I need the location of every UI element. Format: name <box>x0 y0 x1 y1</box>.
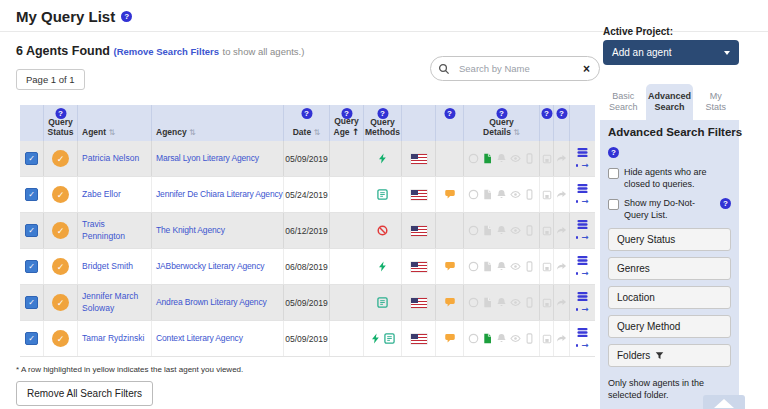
agency-link[interactable]: The Knight Agency <box>156 225 225 236</box>
results-summary: 6 Agents Found (Remove Search Filters to… <box>16 44 304 58</box>
row-checkbox[interactable]: ✓ <box>25 188 38 201</box>
query-status-icon[interactable]: ✓ <box>52 330 69 347</box>
yellow-row-footnote: * A row highlighted in yellow indicates … <box>16 365 243 374</box>
header-date[interactable]: ? Date ⇅ <box>284 105 330 141</box>
active-project-dropdown[interactable]: Add an agent <box>603 40 739 65</box>
query-status-icon[interactable]: ✓ <box>52 258 69 275</box>
agency-link[interactable]: Andrea Brown Literary Agency <box>156 297 267 308</box>
agent-link[interactable]: Jennifer March Soloway <box>82 291 149 313</box>
clear-search-icon[interactable]: × <box>574 62 599 76</box>
accordion-location[interactable]: Location <box>608 286 731 309</box>
row-checkbox[interactable]: ✓ <box>25 296 38 309</box>
dnq-checkbox[interactable] <box>608 199 619 210</box>
header-agent[interactable]: Agent ⇅ <box>78 105 152 141</box>
go-to-agent-arrow[interactable]: → <box>576 305 589 314</box>
go-to-agent-arrow[interactable]: → <box>576 269 589 278</box>
tab-advanced-search[interactable]: Advanced Search <box>646 84 692 120</box>
notes-icon[interactable] <box>482 153 493 164</box>
header-query-details[interactable]: ? Query Details ⇅ <box>464 105 540 141</box>
header-country <box>402 105 436 141</box>
row-checkbox[interactable]: ✓ <box>25 224 38 237</box>
row-checkbox[interactable]: ✓ <box>25 260 38 273</box>
agency-link[interactable]: Jennifer De Chiara Literary Agency <box>156 189 283 200</box>
query-age-cell <box>330 141 364 176</box>
eye-icon <box>510 297 521 308</box>
table-row: ✓ ✓ Travis Pennington The Knight Agency … <box>20 213 595 249</box>
query-age-cell <box>330 249 364 284</box>
help-icon[interactable]: ? <box>608 147 619 158</box>
header-query-status[interactable]: ? Query Status <box>44 105 78 141</box>
agent-link[interactable]: Patricia Nelson <box>82 153 139 164</box>
go-to-agent-arrow[interactable]: → <box>576 197 589 206</box>
eye-icon <box>510 189 521 200</box>
pagination-button[interactable]: Page 1 of 1 <box>16 69 85 90</box>
row-checkbox[interactable]: ✓ <box>25 332 38 345</box>
agent-link[interactable]: Bridget Smith <box>82 261 133 272</box>
agency-link[interactable]: Context Literary Agency <box>156 333 243 344</box>
agent-link[interactable]: Travis Pennington <box>82 219 149 241</box>
query-stack-icon[interactable] <box>577 183 588 194</box>
search-bar: × <box>430 56 600 81</box>
active-project-label: Active Project: <box>603 26 673 37</box>
help-icon[interactable]: ? <box>301 108 312 119</box>
accordion-query-status[interactable]: Query Status <box>608 228 731 251</box>
reminder-bell-icon <box>496 153 507 164</box>
go-to-agent-arrow[interactable]: → <box>576 341 589 350</box>
phone-icon <box>524 297 535 308</box>
query-status-icon[interactable]: ✓ <box>52 186 69 203</box>
clock-icon <box>468 333 479 344</box>
email-method-icon <box>377 153 388 164</box>
help-icon[interactable]: ? <box>541 108 552 119</box>
sort-icon: ⇅ <box>513 128 520 137</box>
reply-icon <box>556 153 567 164</box>
closed-to-queries-icon <box>377 225 388 236</box>
reminder-bell-icon <box>496 297 507 308</box>
search-input[interactable] <box>457 62 574 75</box>
query-status-icon[interactable]: ✓ <box>52 294 69 311</box>
header-actions <box>570 105 594 141</box>
row-checkbox[interactable]: ✓ <box>25 152 38 165</box>
chevron-up-icon <box>714 399 734 408</box>
scroll-to-top-button[interactable] <box>703 395 745 409</box>
agency-link[interactable]: JABberwocky Literary Agency <box>156 261 264 272</box>
reminder-bell-icon <box>496 189 507 200</box>
accordion-genres[interactable]: Genres <box>608 257 731 280</box>
tab-basic-search[interactable]: Basic Search <box>600 84 646 120</box>
help-icon[interactable]: ? <box>556 108 567 119</box>
query-stack-icon[interactable] <box>577 255 588 266</box>
help-icon[interactable]: ? <box>720 198 731 209</box>
agency-link[interactable]: Marsal Lyon Literary Agency <box>156 153 259 164</box>
phone-icon <box>524 153 535 164</box>
search-icon[interactable] <box>431 63 457 75</box>
us-flag-icon <box>411 190 427 200</box>
remove-all-search-filters-button[interactable]: Remove All Search Filters <box>16 381 153 406</box>
go-to-agent-arrow[interactable]: → <box>576 233 589 242</box>
sort-icon: ⇅ <box>314 128 321 137</box>
phone-icon <box>524 261 535 272</box>
save-icon <box>542 334 552 344</box>
header-query-age[interactable]: ? Query Age ↑ <box>330 105 364 141</box>
hide-closed-checkbox[interactable] <box>608 168 619 179</box>
accordion-folders[interactable]: Folders <box>608 344 731 367</box>
query-stack-icon[interactable] <box>577 327 588 338</box>
query-stack-icon[interactable] <box>577 219 588 230</box>
header-agency[interactable]: Agency ⇅ <box>152 105 284 141</box>
help-icon[interactable]: ? <box>444 108 455 119</box>
remove-search-filters-link[interactable]: (Remove Search Filters <box>113 46 219 57</box>
query-stack-icon[interactable] <box>577 147 588 158</box>
accordion-query-method[interactable]: Query Method <box>608 315 731 338</box>
help-icon[interactable]: ? <box>121 11 132 22</box>
tab-my-stats[interactable]: My Stats <box>693 84 739 120</box>
clock-icon <box>468 261 479 272</box>
query-stack-icon[interactable] <box>577 291 588 302</box>
agent-link[interactable]: Tamar Rydzinski <box>82 333 144 344</box>
query-age-cell <box>330 177 364 212</box>
agent-link[interactable]: Zabe Ellor <box>82 189 121 200</box>
notes-icon[interactable] <box>482 333 493 344</box>
go-to-agent-arrow[interactable]: → <box>576 161 589 170</box>
reminder-bell-icon <box>496 261 507 272</box>
query-status-icon[interactable]: ✓ <box>52 222 69 239</box>
query-status-icon[interactable]: ✓ <box>52 150 69 167</box>
filter-funnel-icon <box>655 351 664 360</box>
reply-icon <box>556 189 567 200</box>
